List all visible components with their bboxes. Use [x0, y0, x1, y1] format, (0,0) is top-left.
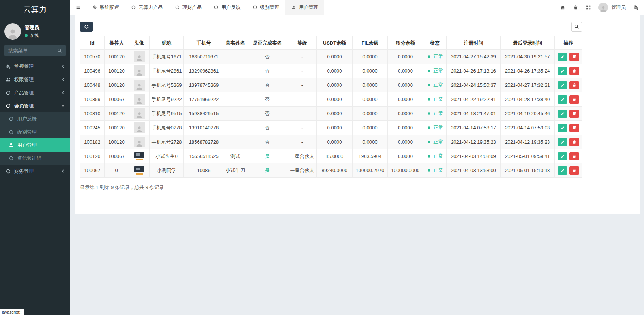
column-header-avatar: 头像: [129, 36, 150, 50]
column-header-referrer: 推荐人: [105, 36, 129, 50]
user-status: 在线: [25, 33, 39, 39]
cell-nickname: 手机尾号5369: [150, 78, 184, 92]
cell-phone: 13910140278: [184, 121, 224, 135]
cell-referrer: 0: [105, 163, 129, 178]
cell-id: 100245: [80, 121, 105, 135]
home-icon[interactable]: [560, 5, 566, 10]
sidebar-item-product[interactable]: 产品管理: [0, 86, 70, 99]
expand-icon[interactable]: [586, 5, 591, 10]
tab-level-management[interactable]: 级别管理: [247, 0, 285, 15]
table-search-button[interactable]: [571, 22, 582, 32]
cell-registered: 2021-04-27 15:42:39: [447, 50, 501, 64]
cell-fil: 0.0000: [353, 64, 388, 78]
cell-registered: 2021-04-24 15:50:37: [447, 78, 501, 92]
delete-button[interactable]: [569, 124, 579, 132]
cell-level: 一星合伙人: [288, 149, 317, 163]
cell-usdt: 0.0000: [317, 64, 353, 78]
cell-verified: 否: [247, 64, 288, 78]
edit-button[interactable]: [558, 138, 567, 146]
browser-status-bar: javascript:;: [0, 309, 24, 315]
cell-avatar: [129, 50, 150, 64]
sidebar-item-general[interactable]: 常规管理: [0, 60, 70, 73]
cell-nickname: 手机尾号2861: [150, 64, 184, 78]
cell-id: 100182: [80, 135, 105, 149]
tab-finance-products[interactable]: 理财产品: [169, 0, 208, 15]
user-name: 管理员: [25, 24, 39, 31]
cell-points: 0.0000: [388, 149, 423, 163]
circle-icon: [8, 156, 14, 161]
tab-cloud-products[interactable]: 云算力产品: [125, 0, 169, 15]
app-window: 云算力 管理员 在线 常规管理权限管理产品管理会员管理用户反馈级别管理用户管理短…: [0, 0, 644, 315]
delete-button[interactable]: [569, 81, 579, 89]
cell-verified: 是: [247, 163, 288, 178]
tab-user-management[interactable]: 用户管理: [285, 0, 324, 15]
cell-usdt: 0.0000: [317, 121, 353, 135]
status-badge: 正常: [427, 167, 443, 174]
delete-button[interactable]: [569, 67, 579, 75]
trash-icon[interactable]: [573, 5, 578, 10]
cell-level: -: [288, 50, 317, 64]
status-badge: 正常: [427, 110, 443, 117]
sidebar-item-member[interactable]: 会员管理: [0, 99, 70, 112]
search-icon[interactable]: [57, 48, 62, 53]
chevron-left-icon: [61, 77, 65, 82]
cell-nickname: 手机尾号1671: [150, 50, 184, 64]
tab-label: 云算力产品: [139, 4, 163, 11]
table-row: 100448100120手机尾号536913978745369否-0.00000…: [80, 78, 582, 92]
delete-button[interactable]: [569, 166, 579, 175]
edit-button[interactable]: [558, 110, 567, 118]
cell-referrer: 100120: [105, 78, 129, 92]
sidebar-item-level-management[interactable]: 级别管理: [0, 125, 70, 138]
cell-avatar: [129, 107, 150, 121]
column-header-verified: 是否完成实名: [247, 36, 288, 50]
tab-system-config[interactable]: 系统配置: [86, 0, 125, 15]
navbar-tabs: 系统配置云算力产品理财产品用户反馈级别管理用户管理: [86, 0, 324, 15]
sidebar-item-label: 短信验证码: [17, 155, 41, 162]
cell-verified: 否: [247, 107, 288, 121]
hamburger-icon[interactable]: [70, 0, 86, 15]
cell-usdt: 89240.0000: [317, 163, 353, 178]
sidebar-item-user-feedback[interactable]: 用户反馈: [0, 112, 70, 125]
edit-button[interactable]: [558, 95, 567, 104]
tab-user-feedback[interactable]: 用户反馈: [208, 0, 247, 15]
edit-button[interactable]: [558, 67, 567, 75]
sidebar-item-finance[interactable]: 财务管理: [0, 165, 70, 178]
cell-registered: 2021-04-26 17:13:16: [447, 64, 501, 78]
table-header-row: Id推荐人头像昵称手机号真实姓名是否完成实名等级USDT余额FIL余额积分余额状…: [80, 36, 582, 50]
chevron-left-icon: [61, 90, 65, 95]
cell-id: 100067: [80, 163, 105, 178]
delete-button[interactable]: [569, 110, 579, 118]
sidebar-search-input[interactable]: [8, 48, 55, 53]
edit-button[interactable]: [558, 53, 567, 61]
edit-button[interactable]: [558, 124, 567, 132]
column-header-real_name: 真实姓名: [224, 36, 247, 50]
cell-actions: [555, 149, 582, 163]
status-badge: 正常: [427, 82, 443, 88]
delete-button[interactable]: [569, 152, 579, 160]
sidebar-item-sms-code[interactable]: 短信验证码: [0, 152, 70, 165]
table-row: 100120100067小试先生015556511525测试是一星合伙人15.0…: [80, 149, 582, 163]
table-row: 100245100120手机尾号027813910140278否-0.00000…: [80, 121, 582, 135]
cell-avatar: [129, 163, 150, 178]
cell-real_name: [224, 64, 247, 78]
delete-button[interactable]: [569, 53, 579, 61]
cell-level: -: [288, 92, 317, 107]
cell-last_login: 2021-04-14 07:59:03: [501, 121, 555, 135]
cell-level: -: [288, 64, 317, 78]
sidebar-item-permission[interactable]: 权限管理: [0, 73, 70, 86]
delete-button[interactable]: [569, 138, 579, 146]
edit-button[interactable]: [558, 81, 567, 89]
sidebar-item-user-management[interactable]: 用户管理: [0, 138, 70, 152]
status-dot-icon: [427, 111, 431, 116]
cell-referrer: 100067: [105, 149, 129, 163]
navbar-user[interactable]: 管理员: [598, 3, 626, 12]
refresh-button[interactable]: [80, 22, 93, 32]
edit-button[interactable]: [558, 152, 567, 160]
gears-icon[interactable]: [633, 5, 639, 10]
cell-real_name: [224, 92, 247, 107]
cell-real_name: [224, 121, 247, 135]
delete-button[interactable]: [569, 95, 579, 104]
edit-button[interactable]: [558, 166, 567, 175]
cell-actions: [555, 78, 582, 92]
cell-actions: [555, 50, 582, 64]
